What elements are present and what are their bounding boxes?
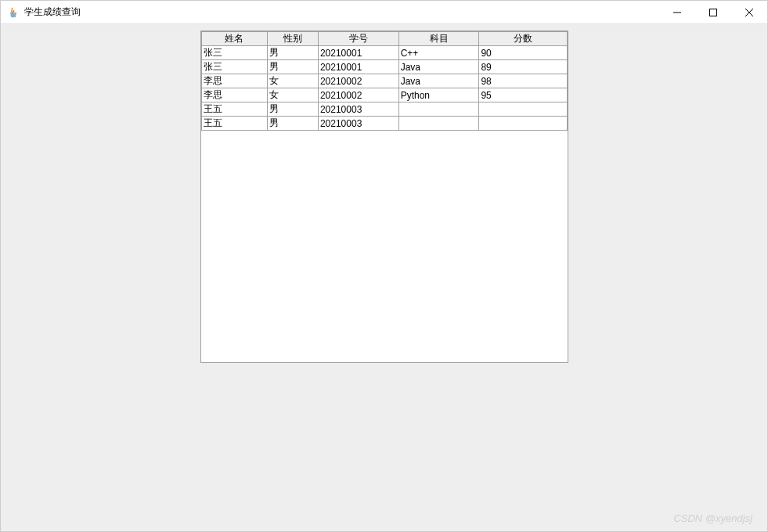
cell-subject[interactable]: C++	[398, 46, 479, 60]
table-body: 张三 男 20210001 C++ 90 张三 男 20210001 Java …	[201, 46, 567, 131]
header-score[interactable]: 分数	[479, 32, 567, 46]
app-window: 学生成绩查询 姓名 性别 学号 科目 分数	[0, 0, 768, 532]
cell-subject[interactable]: Python	[398, 88, 479, 102]
cell-name[interactable]: 张三	[201, 46, 267, 60]
cell-name[interactable]: 李思	[201, 74, 267, 88]
cell-subject[interactable]	[398, 102, 479, 117]
cell-gender[interactable]: 男	[267, 46, 318, 60]
table-row[interactable]: 李思 女 20210002 Java 98	[201, 74, 567, 88]
cell-subject[interactable]	[398, 117, 479, 131]
cell-id[interactable]: 20210003	[318, 102, 398, 117]
cell-score[interactable]	[479, 102, 567, 117]
maximize-button[interactable]	[695, 1, 731, 23]
java-icon	[7, 6, 20, 19]
titlebar: 学生成绩查询	[1, 1, 767, 24]
window-title: 学生成绩查询	[24, 5, 659, 19]
cell-score[interactable]: 95	[479, 88, 567, 102]
student-score-table: 姓名 性别 学号 科目 分数 张三 男 20210001 C++ 90	[201, 31, 568, 131]
cell-name[interactable]: 王五	[201, 117, 267, 131]
cell-name[interactable]: 李思	[201, 88, 267, 102]
cell-id[interactable]: 20210002	[318, 74, 398, 88]
header-name[interactable]: 姓名	[201, 32, 267, 46]
minimize-button[interactable]	[659, 1, 695, 23]
table-row[interactable]: 王五 男 20210003	[201, 117, 567, 131]
table-row[interactable]: 王五 男 20210003	[201, 102, 567, 117]
header-id[interactable]: 学号	[318, 32, 398, 46]
cell-gender[interactable]: 女	[267, 88, 318, 102]
header-gender[interactable]: 性别	[267, 32, 318, 46]
cell-gender[interactable]: 女	[267, 74, 318, 88]
cell-name[interactable]: 张三	[201, 60, 267, 74]
table-panel: 姓名 性别 学号 科目 分数 张三 男 20210001 C++ 90	[200, 31, 568, 363]
cell-gender[interactable]: 男	[267, 102, 318, 117]
cell-score[interactable]: 98	[479, 74, 567, 88]
cell-score[interactable]: 90	[479, 46, 567, 60]
cell-id[interactable]: 20210003	[318, 117, 398, 131]
table-header-row: 姓名 性别 学号 科目 分数	[201, 32, 567, 46]
cell-subject[interactable]: Java	[398, 60, 479, 74]
cell-score[interactable]: 89	[479, 60, 567, 74]
window-controls	[659, 1, 767, 23]
header-subject[interactable]: 科目	[398, 32, 479, 46]
cell-id[interactable]: 20210001	[318, 46, 398, 60]
table-row[interactable]: 李思 女 20210002 Python 95	[201, 88, 567, 102]
cell-gender[interactable]: 男	[267, 60, 318, 74]
cell-id[interactable]: 20210002	[318, 88, 398, 102]
cell-name[interactable]: 王五	[201, 102, 267, 117]
cell-score[interactable]	[479, 117, 567, 131]
content-area: 姓名 性别 学号 科目 分数 张三 男 20210001 C++ 90	[1, 24, 767, 531]
cell-gender[interactable]: 男	[267, 117, 318, 131]
cell-subject[interactable]: Java	[398, 74, 479, 88]
svg-rect-1	[710, 9, 717, 16]
close-button[interactable]	[731, 1, 767, 23]
cell-id[interactable]: 20210001	[318, 60, 398, 74]
table-row[interactable]: 张三 男 20210001 C++ 90	[201, 46, 567, 60]
watermark: CSDN @xyendjsj	[673, 512, 752, 524]
table-row[interactable]: 张三 男 20210001 Java 89	[201, 60, 567, 74]
